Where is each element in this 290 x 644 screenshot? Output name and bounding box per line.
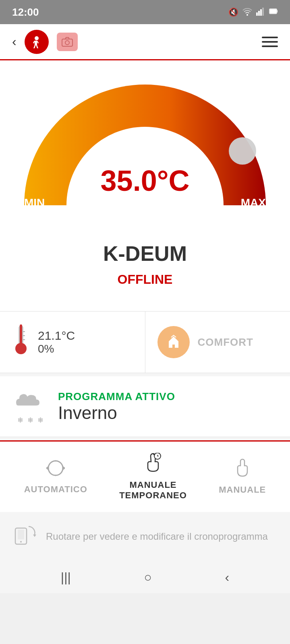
svg-rect-1 (256, 12, 258, 16)
device-info: K-DEUM OFFLINE (0, 221, 290, 311)
mode-automatico[interactable]: AUTOMATICO (24, 459, 87, 495)
svg-rect-26 (18, 530, 24, 539)
mode-manuale-temporaneo[interactable]: MANUALETEMPORANEO (119, 453, 187, 501)
rotate-icon (12, 522, 38, 551)
device-name: K-DEUM (12, 242, 278, 266)
gauge-temperature: 35.0°C (101, 164, 190, 197)
nav-bar: ||| ○ ‹ (0, 561, 290, 593)
thermometer-icon (12, 324, 30, 361)
gauge-max-label: MAX (241, 196, 266, 209)
svg-rect-3 (260, 9, 262, 16)
gauge-min-label: MIN (24, 196, 45, 209)
header-left: ‹ (12, 30, 78, 54)
cloud-icon (12, 388, 48, 414)
manuale-temporaneo-label: MANUALETEMPORANEO (119, 480, 187, 501)
program-icon-wrapper: ❄ ❄ ❄ (12, 388, 48, 425)
svg-point-10 (65, 41, 69, 45)
status-time: 12:00 (12, 6, 39, 19)
temp-comfort-row: 21.1°C 0% COMFORT (0, 311, 290, 373)
snow-dots: ❄ ❄ ❄ (17, 416, 44, 425)
temperature-value: 21.1°C (38, 329, 75, 343)
svg-point-0 (246, 14, 248, 16)
rotate-hint: Ruotare per vedere e modificare il crono… (0, 512, 290, 561)
comfort-circle-icon (157, 326, 190, 358)
manuale-icon (234, 458, 251, 481)
program-name: Inverno (58, 403, 175, 423)
status-icons: 🔇 (228, 7, 278, 18)
svg-point-8 (35, 36, 39, 40)
temp-values: 21.1°C 0% (38, 329, 75, 355)
snow-star-3: ❄ (37, 416, 44, 425)
program-active-label: PROGRAMMA ATTIVO (58, 390, 175, 403)
program-text: PROGRAMMA ATTIVO Inverno (58, 390, 175, 423)
temp-panel: 21.1°C 0% (0, 312, 145, 373)
nav-recent-gesture[interactable]: ‹ (225, 570, 229, 585)
manuale-label: MANUALE (219, 485, 266, 495)
svg-point-27 (20, 541, 22, 543)
manuale-temp-icon (144, 453, 162, 477)
battery-icon (269, 8, 278, 17)
device-status: OFFLINE (12, 272, 278, 287)
nav-back-gesture[interactable]: ||| (61, 570, 71, 585)
svg-rect-2 (258, 11, 260, 16)
gauge-container: MIN 35.0°C MAX (12, 72, 278, 217)
menu-button[interactable] (262, 37, 278, 47)
snow-star-2: ❄ (27, 416, 33, 425)
svg-marker-20 (63, 466, 65, 470)
svg-point-13 (229, 137, 256, 165)
svg-rect-6 (277, 10, 278, 12)
svg-rect-4 (262, 8, 264, 16)
comfort-panel[interactable]: COMFORT (145, 312, 290, 373)
signal-icon (256, 7, 266, 18)
svg-point-16 (15, 343, 27, 354)
rotate-hint-text: Ruotare per vedere e modificare il crono… (46, 530, 268, 543)
automatico-icon (46, 459, 65, 481)
svg-marker-21 (46, 466, 48, 470)
svg-rect-7 (270, 9, 276, 13)
header: ‹ (0, 24, 290, 60)
status-bar: 12:00 🔇 (0, 0, 290, 24)
automatico-label: AUTOMATICO (24, 484, 87, 495)
program-row: ❄ ❄ ❄ PROGRAMMA ATTIVO Inverno (0, 376, 290, 437)
svg-rect-9 (62, 39, 72, 46)
snow-star-1: ❄ (17, 416, 23, 425)
back-button[interactable]: ‹ (12, 34, 17, 49)
mode-manuale[interactable]: MANUALE (219, 458, 266, 495)
svg-marker-28 (33, 535, 36, 537)
logo-icon (25, 30, 49, 54)
bottom-section: 21.1°C 0% COMFORT ❄ ❄ (0, 311, 290, 561)
mute-icon: 🔇 (228, 7, 238, 17)
camera-button[interactable] (57, 33, 78, 51)
mode-row: AUTOMATICO MANUALETEMPORANEO (0, 440, 290, 512)
nav-home-gesture[interactable]: ○ (144, 570, 151, 585)
gauge-section: MIN 35.0°C MAX (0, 60, 290, 221)
comfort-label: COMFORT (198, 336, 253, 349)
wifi-icon (242, 7, 253, 18)
humidity-value: 0% (38, 343, 75, 355)
